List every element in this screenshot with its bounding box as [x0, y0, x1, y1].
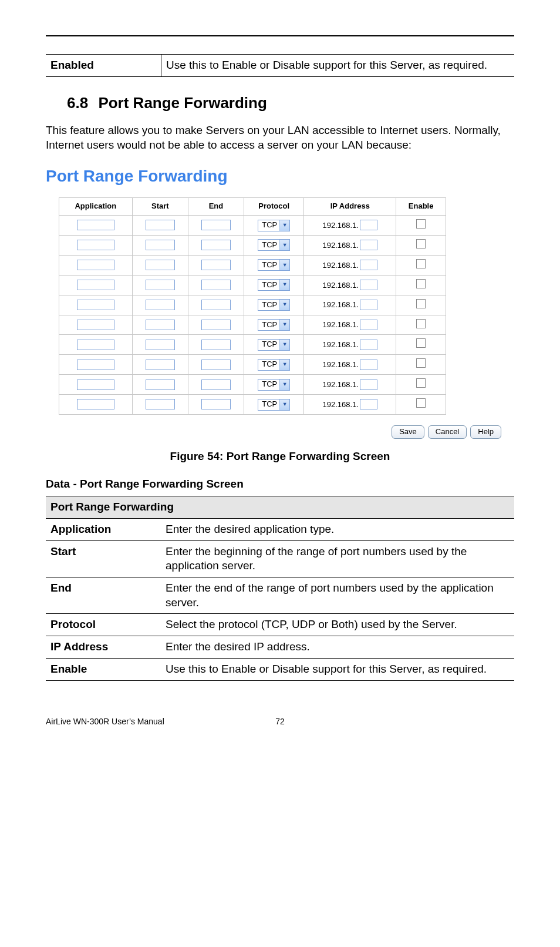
grid-row: TCP▼192.168.1. — [59, 236, 446, 256]
def-value: Enter the desired application type. — [161, 519, 514, 541]
start-input[interactable] — [146, 380, 175, 390]
def-row: IP AddressEnter the desired IP address. — [46, 636, 514, 659]
cancel-button[interactable]: Cancel — [428, 425, 467, 439]
end-input[interactable] — [201, 280, 231, 290]
grid-header: Protocol — [244, 198, 304, 216]
enable-checkbox[interactable] — [416, 299, 426, 308]
grid-header: IP Address — [304, 198, 396, 216]
enable-checkbox[interactable] — [416, 358, 426, 368]
start-input[interactable] — [146, 260, 175, 270]
ip-octet-input[interactable] — [360, 280, 377, 290]
end-input[interactable] — [201, 380, 231, 390]
end-input[interactable] — [201, 340, 231, 350]
protocol-value: TCP — [258, 240, 279, 250]
ip-prefix: 192.168.1. — [323, 221, 359, 230]
application-input[interactable] — [77, 260, 114, 270]
start-input[interactable] — [146, 360, 175, 370]
start-input[interactable] — [146, 300, 175, 310]
def-key: Start — [46, 540, 161, 577]
enable-checkbox[interactable] — [416, 378, 426, 388]
application-input[interactable] — [77, 380, 114, 390]
end-input[interactable] — [201, 399, 231, 409]
def-value: Enter the beginning of the range of port… — [161, 540, 514, 577]
def-key: Application — [46, 519, 161, 541]
def-row: EnableUse this to Enable or Disable supp… — [46, 658, 514, 680]
section-title: Port Range Forwarding — [98, 94, 266, 112]
enable-checkbox[interactable] — [416, 398, 426, 408]
grid-row: TCP▼192.168.1. — [59, 295, 446, 315]
start-input[interactable] — [146, 240, 175, 250]
protocol-select[interactable]: TCP▼ — [258, 339, 290, 351]
application-input[interactable] — [77, 240, 114, 250]
protocol-select[interactable]: TCP▼ — [258, 299, 290, 311]
enable-checkbox[interactable] — [416, 319, 426, 328]
enable-checkbox[interactable] — [416, 219, 426, 229]
enable-checkbox[interactable] — [416, 259, 426, 268]
application-input[interactable] — [77, 360, 114, 370]
protocol-select[interactable]: TCP▼ — [258, 319, 290, 331]
start-input[interactable] — [146, 280, 175, 290]
save-button[interactable]: Save — [392, 425, 424, 439]
def-key: Protocol — [46, 614, 161, 636]
application-input[interactable] — [77, 220, 114, 230]
end-input[interactable] — [201, 300, 231, 310]
def-key: End — [46, 577, 161, 614]
ip-octet-input[interactable] — [360, 340, 377, 350]
protocol-select[interactable]: TCP▼ — [258, 259, 290, 271]
protocol-value: TCP — [258, 320, 279, 330]
chevron-down-icon: ▼ — [279, 360, 289, 370]
application-input[interactable] — [77, 280, 114, 290]
protocol-value: TCP — [258, 360, 279, 370]
chevron-down-icon: ▼ — [279, 399, 289, 410]
port-range-grid-wrap: ApplicationStartEndProtocolIP AddressEna… — [59, 197, 514, 415]
grid-row: TCP▼192.168.1. — [59, 375, 446, 395]
ip-octet-input[interactable] — [360, 220, 377, 230]
protocol-select[interactable]: TCP▼ — [258, 359, 290, 371]
protocol-value: TCP — [258, 340, 279, 350]
start-input[interactable] — [146, 340, 175, 350]
start-input[interactable] — [146, 220, 175, 230]
footer-brand: AirLive WN-300R User’s Manual — [46, 716, 202, 727]
end-input[interactable] — [201, 260, 231, 270]
definitions-table: Port Range ForwardingApplicationEnter th… — [46, 496, 514, 680]
grid-row: TCP▼192.168.1. — [59, 216, 446, 236]
protocol-select[interactable]: TCP▼ — [258, 220, 290, 231]
end-input[interactable] — [201, 240, 231, 250]
ip-octet-input[interactable] — [360, 260, 377, 270]
protocol-select[interactable]: TCP▼ — [258, 379, 290, 391]
protocol-select[interactable]: TCP▼ — [258, 399, 290, 411]
help-button[interactable]: Help — [470, 425, 501, 439]
application-input[interactable] — [77, 399, 114, 409]
ip-prefix: 192.168.1. — [323, 400, 359, 409]
application-input[interactable] — [77, 340, 114, 350]
ip-octet-input[interactable] — [360, 240, 377, 250]
protocol-select[interactable]: TCP▼ — [258, 239, 290, 251]
application-input[interactable] — [77, 320, 114, 330]
protocol-value: TCP — [258, 220, 279, 230]
def-section-row: Port Range Forwarding — [46, 496, 514, 519]
chevron-down-icon: ▼ — [279, 380, 289, 390]
def-section-title: Port Range Forwarding — [46, 496, 514, 519]
start-input[interactable] — [146, 399, 175, 409]
enable-checkbox[interactable] — [416, 239, 426, 248]
grid-header: End — [188, 198, 244, 216]
ip-octet-input[interactable] — [360, 380, 377, 390]
def-value: Enter the desired IP address. — [161, 636, 514, 659]
ip-octet-input[interactable] — [360, 300, 377, 310]
ip-octet-input[interactable] — [360, 320, 377, 330]
page-footer: AirLive WN-300R User’s Manual 72 — [46, 716, 514, 727]
protocol-select[interactable]: TCP▼ — [258, 279, 290, 291]
ip-prefix: 192.168.1. — [323, 360, 359, 369]
grid-row: TCP▼192.168.1. — [59, 255, 446, 275]
enable-checkbox[interactable] — [416, 279, 426, 288]
end-input[interactable] — [201, 360, 231, 370]
end-input[interactable] — [201, 220, 231, 230]
ip-prefix: 192.168.1. — [323, 300, 359, 309]
enable-checkbox[interactable] — [416, 338, 426, 348]
end-input[interactable] — [201, 320, 231, 330]
def-value: Enter the end of the range of port numbe… — [161, 577, 514, 614]
start-input[interactable] — [146, 320, 175, 330]
application-input[interactable] — [77, 300, 114, 310]
ip-octet-input[interactable] — [360, 399, 377, 409]
ip-octet-input[interactable] — [360, 360, 377, 370]
